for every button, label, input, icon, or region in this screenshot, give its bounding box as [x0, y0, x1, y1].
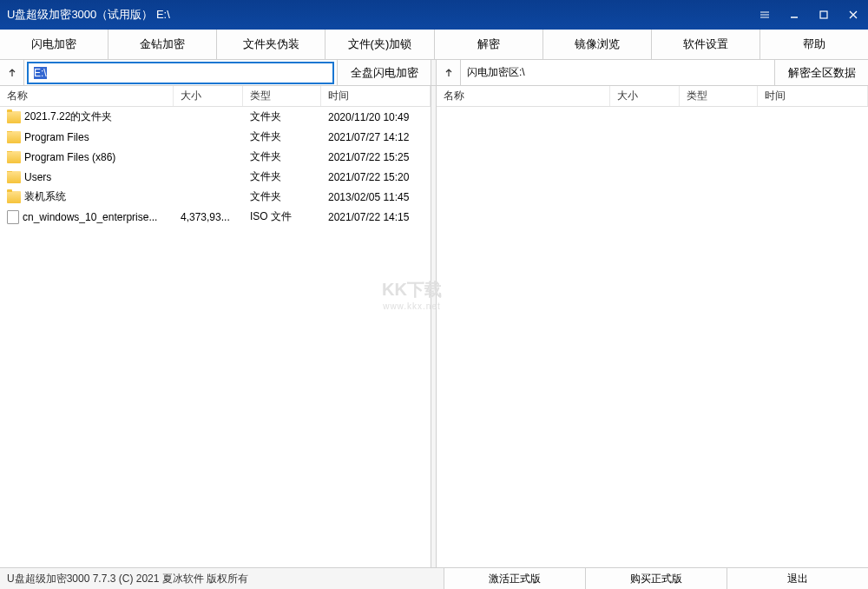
file-type: 文件夹: [243, 109, 321, 124]
file-type: 文件夹: [243, 149, 321, 164]
status-btn-1[interactable]: 购买正式版: [585, 568, 727, 589]
col-header-time[interactable]: 时间: [758, 86, 868, 106]
folder-icon: [7, 171, 21, 183]
file-type: 文件夹: [243, 189, 321, 204]
title-bar: U盘超级加密3000（试用版） E:\: [0, 0, 868, 30]
toolbar-btn-7[interactable]: 帮助: [760, 30, 868, 59]
file-row[interactable]: Program Files (x86)文件夹2021/07/22 15:25: [0, 147, 431, 167]
file-time: 2021/07/22 15:20: [321, 171, 431, 183]
maximize-button[interactable]: [809, 0, 838, 30]
file-row[interactable]: 装机系统文件夹2013/02/05 11:45: [0, 187, 431, 207]
status-btn-2[interactable]: 退出: [727, 568, 868, 589]
left-up-button[interactable]: [0, 60, 24, 85]
minimize-button[interactable]: [779, 0, 809, 30]
file-size: 4,373,93...: [174, 211, 243, 223]
file-time: 2020/11/20 10:49: [321, 111, 431, 123]
file-time: 2013/02/05 11:45: [321, 191, 431, 203]
file-time: 2021/07/22 15:25: [321, 151, 431, 163]
svg-rect-0: [820, 11, 827, 18]
toolbar-btn-3[interactable]: 文件(夹)加锁: [326, 30, 434, 59]
status-btn-0[interactable]: 激活正式版: [444, 568, 585, 589]
file-row[interactable]: 2021.7.22的文件夹文件夹2020/11/20 10:49: [0, 107, 431, 127]
main-toolbar: 闪电加密金钻加密文件夹伪装文件(夹)加锁解密镜像浏览软件设置帮助: [0, 30, 868, 60]
col-header-name[interactable]: 名称: [0, 86, 174, 106]
col-header-size[interactable]: 大小: [174, 86, 243, 106]
file-row[interactable]: Program Files文件夹2021/07/27 14:12: [0, 127, 431, 147]
left-pane: 名称 大小 类型 时间 2021.7.22的文件夹文件夹2020/11/20 1…: [0, 86, 431, 567]
decrypt-all-button[interactable]: 解密全区数据: [774, 60, 868, 85]
col-header-type[interactable]: 类型: [243, 86, 321, 106]
toolbar-btn-2[interactable]: 文件夹伪装: [217, 30, 326, 59]
file-icon: [7, 210, 19, 224]
col-header-size[interactable]: 大小: [610, 86, 680, 106]
left-file-list[interactable]: 2021.7.22的文件夹文件夹2020/11/20 10:49Program …: [0, 107, 431, 567]
col-header-name[interactable]: 名称: [437, 86, 610, 106]
file-type: 文件夹: [243, 129, 321, 144]
file-type: ISO 文件: [243, 209, 321, 224]
file-time: 2021/07/27 14:12: [321, 131, 431, 143]
window-title: U盘超级加密3000（试用版） E:\: [7, 7, 750, 23]
toolbar-btn-5[interactable]: 镜像浏览: [543, 30, 652, 59]
col-header-type[interactable]: 类型: [680, 86, 758, 106]
toolbar-btn-1[interactable]: 金钻加密: [108, 30, 217, 59]
status-bar: U盘超级加密3000 7.7.3 (C) 2021 夏冰软件 版权所有 激活正式…: [0, 567, 868, 589]
toolbar-btn-4[interactable]: 解密: [435, 30, 543, 59]
file-name: 2021.7.22的文件夹: [24, 109, 112, 124]
status-text: U盘超级加密3000 7.7.3 (C) 2021 夏冰软件 版权所有: [0, 572, 444, 586]
file-time: 2021/07/22 14:15: [321, 211, 431, 223]
toolbar-btn-6[interactable]: 软件设置: [652, 30, 760, 59]
left-column-headers[interactable]: 名称 大小 类型 时间: [0, 86, 431, 107]
right-up-button[interactable]: [437, 60, 461, 85]
file-type: 文件夹: [243, 169, 321, 184]
file-row[interactable]: Users文件夹2021/07/22 15:20: [0, 167, 431, 187]
file-name: Program Files: [24, 131, 89, 143]
file-name: Users: [24, 171, 51, 183]
right-path-text[interactable]: 闪电加密区:\: [461, 60, 774, 85]
file-row[interactable]: cn_windows_10_enterprise...4,373,93...IS…: [0, 207, 431, 227]
right-file-list[interactable]: [437, 107, 868, 567]
folder-icon: [7, 111, 21, 123]
folder-icon: [7, 151, 21, 163]
folder-icon: [7, 191, 21, 203]
toolbar-btn-0[interactable]: 闪电加密: [0, 30, 108, 59]
col-header-time[interactable]: 时间: [321, 86, 431, 106]
right-column-headers[interactable]: 名称 大小 类型 时间: [437, 86, 868, 107]
right-pane: 名称 大小 类型 时间: [437, 86, 868, 567]
menu-button[interactable]: [750, 0, 779, 30]
close-button[interactable]: [838, 0, 868, 30]
left-path-input[interactable]: [27, 62, 334, 84]
folder-icon: [7, 131, 21, 143]
file-name: cn_windows_10_enterprise...: [23, 211, 157, 223]
file-name: Program Files (x86): [24, 151, 115, 163]
file-name: 装机系统: [24, 189, 66, 204]
encrypt-all-button[interactable]: 全盘闪电加密: [337, 60, 431, 85]
